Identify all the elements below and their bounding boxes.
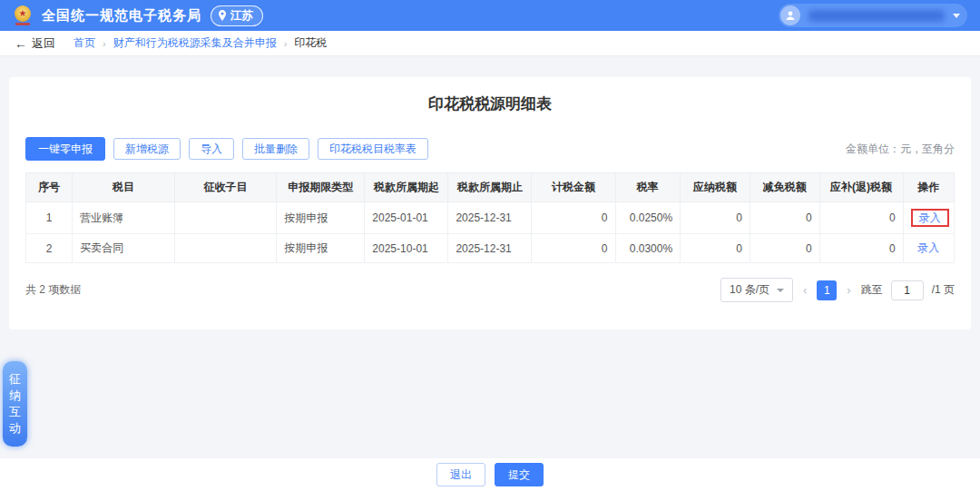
col-reduction: 减免税额 [750, 173, 819, 202]
rate-table-button[interactable]: 印花税税目税率表 [318, 138, 428, 160]
caret-down-icon [777, 289, 784, 292]
amount-unit-note: 金额单位：元，至角分 [846, 142, 955, 157]
cell-sub-item [174, 234, 277, 263]
col-sub-item: 征收子目 [174, 173, 277, 202]
col-rate: 税率 [615, 173, 681, 202]
cell-period-type: 按期申报 [277, 202, 365, 234]
cell-tax-item: 买卖合同 [73, 234, 175, 263]
entry-link-row-2[interactable]: 录入 [917, 241, 939, 254]
cell-sub-item [174, 202, 277, 234]
tax-source-table: 序号 税目 征收子目 申报期限类型 税款所属期起 税款所属期止 计税金额 税率 … [25, 172, 955, 263]
breadcrumb-item-home[interactable]: 首页 [74, 35, 95, 51]
cell-action: 录入 [903, 234, 954, 263]
app-title: 全国统一规范电子税务局 [42, 7, 201, 25]
region-badge-label: 江苏 [230, 8, 253, 24]
zero-declare-button[interactable]: 一键零申报 [25, 137, 105, 161]
col-taxable-amount: 计税金额 [532, 173, 615, 202]
col-index: 序号 [26, 173, 73, 202]
cell-period-end: 2025-12-31 [448, 202, 532, 234]
jump-label: 跳至 [861, 282, 883, 298]
breadcrumb-separator: › [103, 38, 106, 49]
cell-period-end: 2025-12-31 [448, 234, 532, 263]
table-footer: 共 2 项数据 10 条/页 ‹ 1 › 跳至 /1 页 [25, 278, 955, 302]
col-period-start: 税款所属期起 [365, 173, 448, 202]
cell-index: 2 [26, 234, 73, 263]
app-header: ★ 全国统一规范电子税务局 江苏 [0, 0, 980, 31]
tax-bureau-logo-icon: ★ [13, 5, 33, 26]
pagination: 10 条/页 ‹ 1 › 跳至 /1 页 [720, 278, 955, 302]
prev-page-button[interactable]: ‹ [801, 283, 808, 297]
user-avatar-icon [780, 5, 800, 25]
breadcrumb-item-current: 印花税 [294, 35, 327, 51]
toolbar: 一键零申报 新增税源 导入 批量删除 印花税税目税率表 金额单位：元，至角分 [25, 137, 955, 161]
cell-period-type: 按期申报 [277, 234, 365, 263]
back-arrow-icon: ← [15, 36, 27, 51]
col-action: 操作 [903, 173, 954, 202]
interaction-side-tab[interactable]: 征纳互动 [3, 361, 27, 447]
col-period-end: 税款所属期止 [448, 173, 532, 202]
breadcrumb-bar: ← 返回 首页 › 财产和行为税税源采集及合并申报 › 印花税 [0, 31, 980, 56]
page-number-1[interactable]: 1 [817, 280, 837, 300]
page-size-value: 10 条/页 [730, 282, 769, 298]
import-button[interactable]: 导入 [189, 138, 234, 160]
col-due: 应补(退)税额 [819, 173, 903, 202]
cell-taxable-amount: 0 [532, 202, 615, 234]
breadcrumb-item-collection[interactable]: 财产和行为税税源采集及合并申报 [113, 35, 277, 51]
exit-button[interactable]: 退出 [436, 463, 485, 486]
main-card: 印花税税源明细表 一键零申报 新增税源 导入 批量删除 印花税税目税率表 金额单… [9, 77, 971, 329]
location-pin-icon [218, 10, 227, 21]
back-label: 返回 [32, 35, 55, 52]
cell-index: 1 [26, 202, 73, 234]
col-payable: 应纳税额 [681, 173, 750, 202]
cell-reduction: 0 [750, 202, 819, 234]
cell-reduction: 0 [750, 234, 819, 263]
cell-action: 录入 [903, 202, 954, 234]
total-count-text: 共 2 项数据 [25, 282, 81, 298]
table-row: 1 营业账簿 按期申报 2025-01-01 2025-12-31 0 0.02… [26, 202, 955, 234]
back-button[interactable]: ← 返回 [15, 35, 55, 52]
cell-rate: 0.0250% [615, 202, 681, 234]
cell-period-start: 2025-01-01 [365, 202, 448, 234]
col-period-type: 申报期限类型 [277, 173, 365, 202]
submit-button[interactable]: 提交 [495, 463, 544, 486]
bottom-action-bar: 退出 提交 [0, 458, 980, 491]
jump-suffix: /1 页 [932, 282, 955, 298]
page-size-select[interactable]: 10 条/页 [720, 278, 793, 302]
chevron-down-icon [953, 14, 960, 18]
cell-due: 0 [819, 234, 903, 263]
col-tax-item: 税目 [73, 173, 175, 202]
cell-tax-item: 营业账簿 [73, 202, 175, 234]
user-name-redacted [808, 10, 945, 22]
entry-link-row-1[interactable]: 录入 [919, 211, 941, 224]
annotation-highlight-box: 录入 [911, 209, 949, 227]
jump-page-input[interactable] [891, 280, 924, 300]
interaction-side-tab-label: 征纳互动 [9, 371, 22, 437]
cell-payable: 0 [681, 234, 750, 263]
user-account-dropdown[interactable] [779, 4, 967, 27]
region-badge[interactable]: 江苏 [211, 5, 263, 26]
batch-delete-button[interactable]: 批量删除 [242, 138, 309, 160]
cell-rate: 0.0300% [615, 234, 681, 263]
breadcrumb-separator: › [284, 38, 288, 49]
cell-payable: 0 [681, 202, 750, 234]
add-source-button[interactable]: 新增税源 [113, 138, 181, 160]
table-header-row: 序号 税目 征收子目 申报期限类型 税款所属期起 税款所属期止 计税金额 税率 … [26, 173, 955, 202]
cell-period-start: 2025-10-01 [365, 234, 448, 263]
cell-taxable-amount: 0 [532, 234, 615, 263]
cell-due: 0 [819, 202, 903, 234]
next-page-button[interactable]: › [845, 283, 852, 297]
page-title: 印花税税源明细表 [25, 93, 955, 114]
table-row: 2 买卖合同 按期申报 2025-10-01 2025-12-31 0 0.03… [26, 234, 955, 263]
